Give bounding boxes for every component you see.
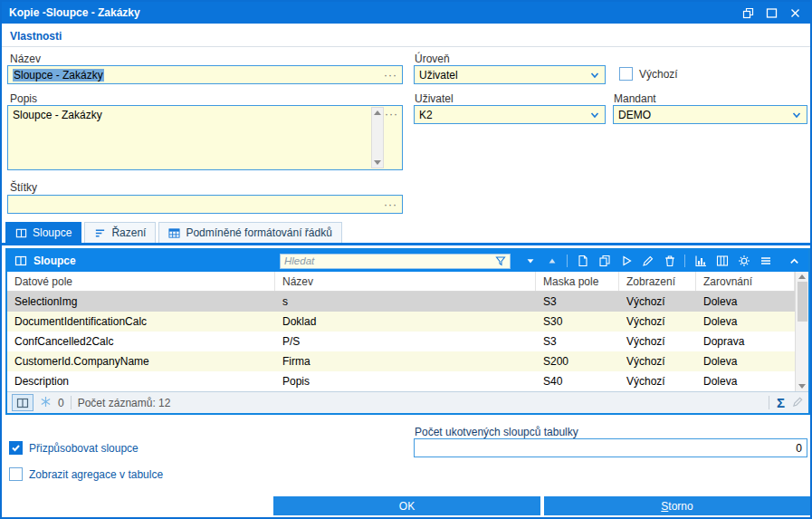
table-row[interactable]: SelectionImg s S3 Výchozí Doleva bbox=[7, 292, 795, 312]
status-separator bbox=[71, 396, 72, 409]
dock-icon[interactable] bbox=[740, 5, 756, 20]
delete-icon[interactable] bbox=[663, 254, 676, 268]
fit-columns-checkbox[interactable]: Přizpůsobovat sloupce bbox=[9, 441, 139, 455]
dropdown-icon[interactable] bbox=[589, 70, 600, 81]
sort-up-icon[interactable] bbox=[545, 254, 559, 268]
cell-maska-pole: S40 bbox=[536, 371, 619, 391]
storno-button-label: Storno bbox=[661, 500, 693, 513]
dialog-window: Kopie -Sloupce - Zakázky Vlastnosti Náze… bbox=[0, 0, 812, 519]
table-row[interactable]: Description Popis S40 Výchozí Doleva bbox=[7, 371, 795, 391]
columns-panel: Sloupce Hledat bbox=[5, 248, 810, 415]
uroven-combo[interactable]: Uživatel bbox=[414, 65, 606, 84]
scroll-down-icon[interactable] bbox=[798, 384, 806, 389]
column-header-nazev[interactable]: Název bbox=[275, 272, 536, 291]
vychozi-label: Výchozí bbox=[639, 68, 678, 81]
column-header-maska-pole[interactable]: Maska pole bbox=[536, 272, 619, 291]
uroven-label: Úroveň bbox=[415, 53, 450, 65]
vychozi-checkbox[interactable]: Výchozí bbox=[619, 67, 678, 81]
uzivatel-label: Uživatel bbox=[415, 92, 454, 105]
panel-toolbar bbox=[523, 254, 801, 268]
sum-icon[interactable]: Σ bbox=[777, 396, 785, 409]
pinned-columns-input[interactable]: 0 bbox=[414, 438, 807, 457]
toolbar-separator bbox=[567, 255, 568, 267]
chart-icon[interactable] bbox=[693, 254, 707, 268]
ok-button[interactable]: OK bbox=[273, 496, 540, 515]
table-row[interactable]: CustomerId.CompanyName Firma S200 Výchoz… bbox=[7, 351, 795, 371]
show-aggregations-checkbox[interactable]: Zobrazit agregace v tabulce bbox=[9, 467, 163, 481]
pinned-columns-value: 0 bbox=[796, 442, 802, 455]
snowflake-icon[interactable] bbox=[40, 396, 52, 410]
uzivatel-value: K2 bbox=[419, 109, 589, 121]
new-record-icon[interactable] bbox=[576, 254, 589, 268]
show-aggregations-label: Zobrazit agregace v tabulce bbox=[29, 468, 163, 481]
mandant-value: DEMO bbox=[618, 109, 791, 121]
tab-label: Podmíněné formátování řádků bbox=[186, 226, 331, 239]
scroll-up-icon[interactable] bbox=[374, 111, 381, 115]
copy-record-icon[interactable] bbox=[597, 254, 611, 268]
stitky-input[interactable]: ··· bbox=[7, 195, 403, 214]
close-icon[interactable] bbox=[787, 5, 803, 20]
dropdown-icon[interactable] bbox=[589, 110, 600, 120]
stitky-label: Štítky bbox=[10, 181, 37, 194]
column-header-zobrazeni[interactable]: Zobrazení bbox=[619, 272, 696, 291]
popis-scrollbar[interactable] bbox=[371, 107, 384, 168]
dropdown-icon[interactable] bbox=[791, 110, 802, 120]
uzivatel-combo[interactable]: K2 bbox=[414, 105, 606, 124]
popis-ellipsis-button[interactable]: ··· bbox=[385, 109, 398, 120]
mandant-label: Mandant bbox=[614, 92, 656, 105]
storno-button[interactable]: Storno bbox=[544, 496, 810, 515]
settings-icon[interactable] bbox=[737, 254, 750, 268]
filter-dropdown-icon[interactable] bbox=[523, 254, 537, 268]
columns-icon bbox=[15, 227, 27, 239]
collapse-panel-icon[interactable] bbox=[788, 254, 801, 268]
cell-zobrazeni: Výchozí bbox=[619, 371, 696, 391]
table-header: Datové pole Název Maska pole Zobrazení Z… bbox=[7, 272, 795, 292]
status-separator bbox=[769, 396, 769, 409]
cell-maska-pole: S200 bbox=[536, 351, 619, 371]
columns-icon bbox=[14, 255, 27, 267]
tab-sloupce[interactable]: Sloupce bbox=[5, 222, 81, 243]
cell-zarovnani: Doprava bbox=[696, 332, 795, 351]
separator-line bbox=[2, 46, 810, 47]
table-row[interactable]: ConfCancelled2Calc P/S S3 Výchozí Doprav… bbox=[7, 332, 795, 351]
scrollbar-thumb[interactable] bbox=[798, 282, 807, 322]
table-scrollbar[interactable] bbox=[795, 272, 808, 391]
maximize-icon[interactable] bbox=[763, 5, 779, 20]
search-placeholder: Hledat bbox=[284, 255, 495, 266]
edit-icon[interactable] bbox=[641, 254, 654, 268]
status-bar: 0 Počet záznamů: 12 Σ bbox=[7, 391, 808, 413]
edit-disabled-icon bbox=[792, 396, 804, 410]
cell-zobrazeni: Výchozí bbox=[619, 292, 696, 312]
nazev-input[interactable]: Sloupce - Zakázky ··· bbox=[7, 65, 403, 84]
filter-icon[interactable] bbox=[495, 255, 506, 266]
cell-zobrazeni: Výchozí bbox=[619, 351, 696, 371]
tab-podminene-formatovani-radku[interactable]: Podmíněné formátování řádků bbox=[158, 222, 341, 243]
column-header-zarovnani[interactable]: Zarovnání bbox=[696, 272, 795, 291]
section-title: Vlastnosti bbox=[10, 30, 62, 43]
cell-maska-pole: S3 bbox=[536, 332, 619, 351]
tab-strip: Sloupce Řazení Podmíněné formátování řád… bbox=[5, 222, 342, 243]
cell-maska-pole: S30 bbox=[536, 312, 619, 332]
stitky-ellipsis-button[interactable]: ··· bbox=[384, 199, 397, 210]
sort-icon bbox=[94, 227, 106, 239]
scroll-down-icon[interactable] bbox=[374, 160, 381, 165]
run-icon[interactable] bbox=[619, 254, 633, 268]
cell-nazev: Firma bbox=[275, 351, 536, 371]
table-row[interactable]: DocumentIdentificationCalc Doklad S30 Vý… bbox=[7, 312, 795, 332]
column-header-datove-pole[interactable]: Datové pole bbox=[7, 272, 275, 291]
tab-razeni[interactable]: Řazení bbox=[84, 222, 156, 243]
panel-title: Sloupce bbox=[33, 255, 76, 267]
tab-label: Sloupce bbox=[33, 226, 72, 239]
popis-textarea[interactable]: Sloupce - Zakázky ··· bbox=[7, 105, 403, 170]
titlebar: Kopie -Sloupce - Zakázky bbox=[2, 2, 810, 24]
column-settings-icon[interactable] bbox=[715, 254, 729, 268]
cell-zarovnani: Doleva bbox=[696, 292, 795, 312]
popis-label: Popis bbox=[10, 92, 37, 105]
toolbar-separator bbox=[684, 255, 685, 267]
search-input[interactable]: Hledat bbox=[280, 254, 511, 269]
mandant-combo[interactable]: DEMO bbox=[613, 105, 807, 124]
book-icon[interactable] bbox=[12, 394, 33, 411]
nazev-ellipsis-button[interactable]: ··· bbox=[384, 70, 397, 81]
scroll-up-icon[interactable] bbox=[798, 274, 806, 279]
menu-icon[interactable] bbox=[759, 254, 772, 268]
